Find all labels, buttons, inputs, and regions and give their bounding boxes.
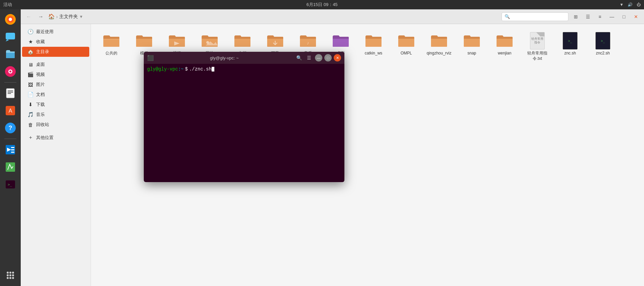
dock-item-music[interactable] [2,63,18,80]
power-icon[interactable]: ⏻ [637,2,641,7]
dock-item-editor2[interactable] [2,159,18,175]
sidebar-item-recent[interactable]: 🕐 最近使用 [22,27,89,37]
view-list-button[interactable]: ☰ [583,12,593,21]
home-icon: 🏠 [27,49,33,55]
file-znc-sh-label: znc.sh [564,51,576,56]
document-folder-icon: 📄 [27,92,33,98]
dock-show-apps[interactable] [2,267,18,283]
folder-catkin-icon [365,32,382,49]
file-txt-label: 轻舟常用指令.txt [524,51,551,61]
star-icon: ★ [27,39,33,45]
svg-point-25 [12,272,14,274]
network-icon[interactable]: ▼ [620,2,624,7]
dock-item-appstore[interactable]: A [2,103,18,119]
picture-folder-icon: 🖼 [27,82,33,88]
list-item[interactable]: >_ znc.sh [555,29,585,64]
sidebar-item-desktop[interactable]: 🖥 桌面 [22,59,89,69]
dock-item-help[interactable]: ? [2,120,18,136]
sidebar-picture-label: 图片 [36,82,45,88]
list-item[interactable]: qingzhou_rviz [424,29,454,64]
sidebar-item-music[interactable]: 🎵 音乐 [22,110,89,120]
path-dropdown-icon[interactable]: ▼ [79,14,83,19]
plus-icon: ＋ [27,134,33,141]
dock-item-chat[interactable] [2,29,18,45]
terminal-body[interactable]: gly@gly-vpc :~ $ ./znc.sh [144,64,344,182]
list-item[interactable]: OMPL [391,29,421,64]
fm-toolbar: ← → 🏠 › 主文件夹 ▼ 🔍 ⊞ ☰ ≡ — □ ✕ [21,9,644,24]
sidebar-starred-label: 收藏 [36,39,45,45]
menu-button[interactable]: ≡ [595,12,605,21]
minimize-button[interactable]: — [607,12,617,21]
sidebar-item-download[interactable]: ⬇ 下载 [22,100,89,110]
svg-point-2 [9,18,12,21]
sidebar-item-home[interactable]: 🏠 主目录 [22,47,89,57]
dock-divider-2 [4,139,16,139]
list-item[interactable]: >_ znc2.sh [588,29,618,64]
list-item[interactable]: wenjian [490,29,520,64]
folder-template-icon [135,32,153,49]
terminal-close-button[interactable]: ✕ [334,54,341,61]
volume-icon[interactable]: 🔊 [628,2,633,7]
dock-bottom [2,267,18,283]
activities-label[interactable]: 活动 [3,2,12,8]
forward-button[interactable]: → [36,12,45,21]
fm-toolbar-right: 🔍 ⊞ ☰ ≡ — □ ✕ [502,12,641,21]
list-item[interactable]: 公共的 [96,29,126,64]
terminal-title: gly@gly-vpc: ~ [156,55,292,60]
sidebar-item-starred[interactable]: ★ 收藏 [22,37,89,47]
list-item[interactable]: snap [457,29,487,64]
terminal-window: ⬛ gly@gly-vpc: ~ 🔍 ☰ — □ ✕ gly@gly-vpc :… [144,52,344,182]
svg-rect-20 [6,162,15,172]
sidebar-document-label: 文档 [36,92,45,98]
view-grid-button[interactable]: ⊞ [571,12,580,21]
path-current[interactable]: 主文件夹 [59,14,78,20]
svg-point-23 [7,272,9,274]
svg-point-26 [7,274,9,276]
folder-ompl-label: OMPL [401,51,412,56]
terminal-search-button[interactable]: 🔍 [295,54,303,62]
terminal-titlebar: ⬛ gly@gly-vpc: ~ 🔍 ☰ — □ ✕ [144,52,344,64]
dock-item-files[interactable] [2,46,18,62]
terminal-tab-icon: ⬛ [147,55,154,61]
folder-public-icon [103,32,120,49]
svg-marker-4 [6,39,9,41]
svg-point-31 [12,277,14,279]
dock-item-texteditor[interactable] [2,85,18,101]
terminal-prompt: gly@gly-vpc :~ $ ./znc.sh [147,66,341,72]
svg-rect-11 [8,93,11,94]
file-znc2-sh-icon: >_ [594,32,612,49]
terminal-maximize-button[interactable]: □ [324,54,332,61]
terminal-minimize-button[interactable]: — [315,54,322,61]
svg-text:>_: >_ [8,182,12,187]
terminal-menu-button[interactable]: ☰ [305,54,313,62]
video-folder-icon: 🎬 [27,72,33,78]
svg-rect-17 [11,147,14,148]
terminal-cursor [212,67,214,72]
dock-item-terminal[interactable]: >_ [2,176,18,192]
list-item[interactable]: 轻舟常用指令 轻舟常用指令.txt [522,29,552,64]
folder-qingzhou-icon [430,32,448,49]
file-znc2-sh-label: znc2.sh [596,51,610,56]
dock-item-vscode[interactable] [2,142,18,158]
search-input[interactable] [511,14,565,19]
sidebar-item-document[interactable]: 📄 文档 [22,90,89,100]
terminal-titlebar-left: ⬛ [147,55,154,61]
sidebar-item-other[interactable]: ＋ 其他位置 [22,132,89,143]
recent-icon: 🕐 [27,29,33,35]
sidebar-item-picture[interactable]: 🖼 图片 [22,80,89,90]
top-bar-right: ▼ 🔊 ⏻ [620,2,641,7]
maximize-button[interactable]: □ [619,12,629,21]
sidebar-item-video[interactable]: 🎬 视频 [22,69,89,80]
dock-item-firefox[interactable] [2,11,18,27]
fm-search-box[interactable]: 🔍 [502,12,568,21]
home-path-icon[interactable]: 🏠 [48,13,55,20]
file-txt-icon: 轻舟常用指令 [529,32,546,49]
sidebar-item-trash[interactable]: 🗑 回收站 [22,120,89,130]
back-button[interactable]: ← [24,12,33,21]
svg-rect-19 [11,152,14,153]
list-item[interactable]: catkin_ws [358,29,389,64]
folder-download-icon [266,32,284,49]
close-button[interactable]: ✕ [631,12,641,21]
svg-rect-3 [6,33,15,39]
svg-text:?: ? [9,125,12,131]
